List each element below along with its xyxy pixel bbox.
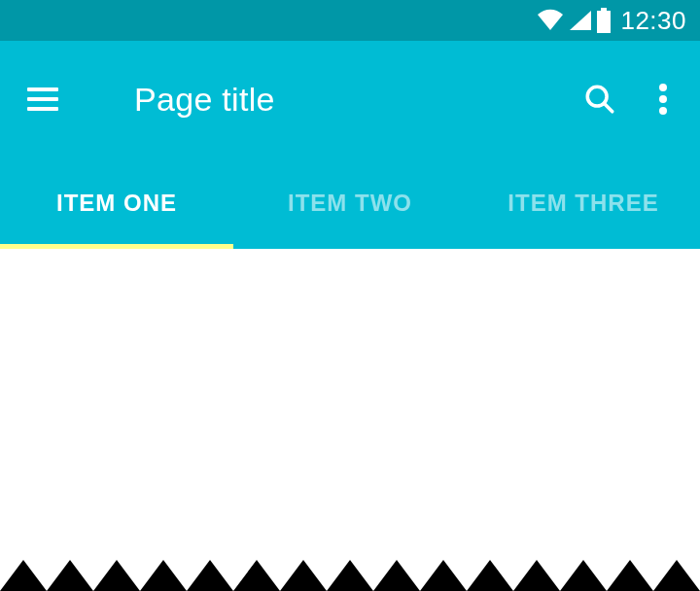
content-area [0,249,700,591]
status-clock: 12:30 [620,6,686,36]
tab-label: ITEM THREE [508,190,658,217]
status-bar: 12:30 [0,0,700,41]
wifi-icon [536,9,565,32]
battery-icon [596,8,612,33]
tab-item-one[interactable]: ITEM ONE [0,157,233,249]
tab-label: ITEM ONE [56,190,177,217]
tab-label: ITEM TWO [288,190,412,217]
svg-line-1 [604,103,612,112]
tab-item-three[interactable]: ITEM THREE [467,157,700,249]
cellular-icon [568,9,593,32]
page-title: Page title [134,81,275,119]
tab-bar: ITEM ONE ITEM TWO ITEM THREE [0,157,700,249]
menu-icon[interactable] [27,87,58,111]
search-icon[interactable] [583,83,616,116]
tab-item-two[interactable]: ITEM TWO [233,157,467,249]
more-icon[interactable] [659,84,667,115]
app-bar: Page title [0,41,700,157]
